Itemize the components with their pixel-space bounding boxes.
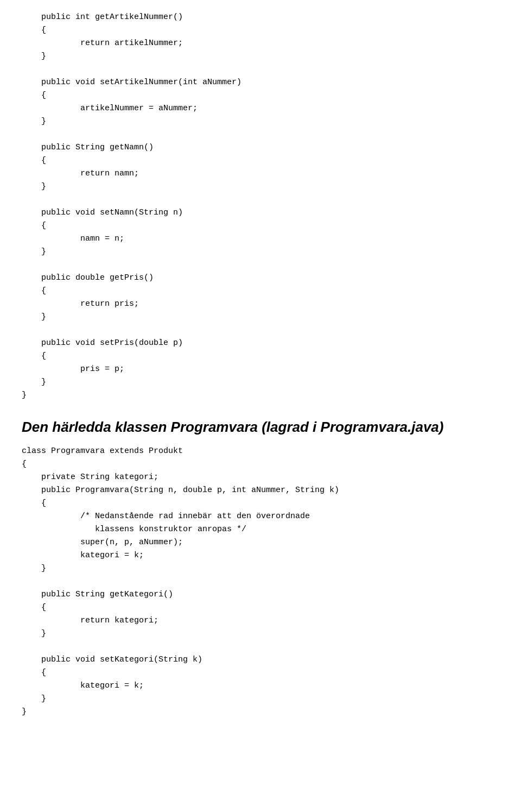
- code-block-programvara-class: class Programvara extends Produkt { priv…: [22, 445, 499, 719]
- code-block-produkt-methods: public int getArtikelNummer() { return a…: [22, 11, 499, 402]
- section-heading-programvara: Den härledda klassen Programvara (lagrad…: [22, 418, 499, 437]
- page-content: public int getArtikelNummer() { return a…: [22, 11, 499, 719]
